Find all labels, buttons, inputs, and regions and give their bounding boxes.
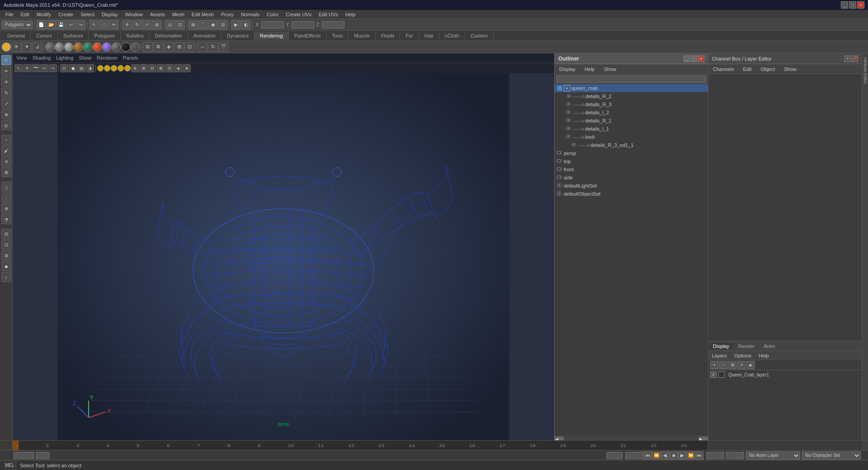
- light-color-3[interactable]: [111, 65, 117, 71]
- blinn-preview[interactable]: [55, 42, 64, 52]
- layer-membership-btn[interactable]: ↗: [737, 361, 745, 369]
- cb-settings-btn[interactable]: ≡: [844, 56, 851, 62]
- paint-effects-tool[interactable]: 🖌: [1, 146, 11, 155]
- h-scroll-left-btn[interactable]: ◀: [555, 437, 564, 440]
- outliner-item-bodi[interactable]: ——o bodi: [555, 133, 708, 141]
- tab-fur[interactable]: Fur: [400, 32, 419, 40]
- h-scroll-right-btn[interactable]: ▶: [699, 437, 708, 440]
- tab-curves[interactable]: Curves: [31, 32, 58, 40]
- step-fwd-btn[interactable]: ⏩: [687, 451, 695, 460]
- vp-move-icon[interactable]: ✛: [23, 64, 31, 72]
- vp-hud-icon[interactable]: ⊠: [157, 64, 165, 72]
- scale-tool-btn[interactable]: ⤢: [142, 20, 151, 29]
- outliner-item-details-r3[interactable]: ——o details_R_3: [555, 100, 708, 108]
- vp-pivot-icon[interactable]: ⊞: [140, 64, 148, 72]
- outliner-hscrollbar[interactable]: ◀ ▶: [555, 436, 708, 440]
- tab-general[interactable]: General: [2, 32, 31, 40]
- universal-manip-btn[interactable]: ⊞: [152, 20, 161, 29]
- expand-icon-queen-crab[interactable]: ▾: [564, 85, 570, 91]
- vp-light-icon[interactable]: ◑: [86, 64, 94, 72]
- dark-shader-preview[interactable]: [131, 42, 140, 52]
- outliner-minimize-btn[interactable]: _: [684, 56, 690, 62]
- layer-help-menu[interactable]: Help: [757, 352, 771, 359]
- playback-start-input[interactable]: 24.00: [706, 452, 724, 459]
- black-shader-preview[interactable]: [121, 42, 130, 52]
- last-frame-btn[interactable]: ⏭: [695, 451, 703, 460]
- step-back-btn[interactable]: ⏪: [652, 451, 660, 460]
- menu-file[interactable]: File: [2, 11, 17, 18]
- minimize-button[interactable]: _: [841, 1, 848, 9]
- outliner-item-top[interactable]: top: [555, 157, 708, 165]
- h-scroll-track[interactable]: [564, 437, 699, 440]
- surface-shader-preview[interactable]: [93, 42, 102, 52]
- anim-layer-btn[interactable]: ⊞: [1, 250, 11, 260]
- mel-label[interactable]: MEL: [5, 463, 14, 468]
- menu-color[interactable]: Color: [263, 11, 282, 18]
- outliner-close-btn[interactable]: ✕: [698, 56, 704, 62]
- timeline-ruler[interactable]: 1 2 3 4 5 6 7 8 9 10 11 12 13 14 15 16 1…: [13, 441, 708, 450]
- snap-view-btn[interactable]: ⊟: [218, 20, 227, 29]
- tab-animation[interactable]: Animation: [188, 32, 222, 40]
- outliner-item-defaultobjectset[interactable]: defaultObjectSet: [555, 190, 708, 198]
- snap-grid-btn[interactable]: ⊞: [189, 20, 198, 29]
- outliner-display-menu[interactable]: Display: [557, 66, 578, 73]
- x-coord-input[interactable]: [261, 21, 284, 28]
- cb-show-menu[interactable]: Show: [781, 66, 799, 73]
- menu-create-uvs[interactable]: Create UVs: [282, 11, 315, 18]
- menu-help[interactable]: Help: [342, 11, 359, 18]
- tab-rendering[interactable]: Rendering: [255, 32, 289, 40]
- range-end-input[interactable]: 24: [607, 452, 623, 459]
- tab-toon[interactable]: Toon: [326, 32, 349, 40]
- play-back-btn[interactable]: ◀: [661, 451, 669, 460]
- menu-modify[interactable]: Modify: [33, 11, 55, 18]
- tab-anim[interactable]: Anim: [759, 343, 779, 350]
- tab-surfaces[interactable]: Surfaces: [58, 32, 89, 40]
- tab-deformation[interactable]: Deformation: [150, 32, 188, 40]
- vp-redo-icon[interactable]: ↪: [49, 64, 57, 72]
- vp-wireframe-icon[interactable]: ⊡: [60, 64, 68, 72]
- directional-light-icon[interactable]: ☀: [11, 42, 21, 52]
- open-scene-button[interactable]: 📂: [47, 20, 56, 29]
- vp-solid-icon[interactable]: ◼: [69, 64, 77, 72]
- stop-btn[interactable]: ■: [670, 451, 678, 460]
- select-tool-btn[interactable]: ↖: [90, 20, 99, 29]
- cb-pin-btn[interactable]: 📌: [852, 56, 858, 62]
- tab-custom[interactable]: Custom: [465, 32, 494, 40]
- delete-layer-btn[interactable]: −: [719, 361, 727, 369]
- play-forward-btn[interactable]: ▶: [678, 451, 686, 460]
- outliner-item-details-l1[interactable]: ——o details_l_1: [555, 125, 708, 133]
- split-polygon-tool[interactable]: ⋮: [1, 193, 11, 202]
- tab-render[interactable]: Render: [734, 343, 759, 350]
- character-set-select[interactable]: No Character Set: [802, 451, 861, 460]
- move-tool-btn[interactable]: ✛: [123, 20, 132, 29]
- layers-menu[interactable]: Layers: [710, 352, 729, 359]
- vp-resolution-icon[interactable]: ⊡: [165, 64, 174, 72]
- vp-bookmark-icon[interactable]: ★: [183, 64, 191, 72]
- set-key-btn[interactable]: ◆: [1, 261, 11, 271]
- vp-shading-menu[interactable]: Shading: [33, 55, 51, 61]
- tab-dynamics[interactable]: Dynamics: [222, 32, 255, 40]
- merge-polygon-tool[interactable]: ⊕: [1, 203, 11, 213]
- ipr-render-btn[interactable]: ◐: [241, 20, 250, 29]
- first-frame-btn[interactable]: ⏮: [644, 451, 652, 460]
- playback-end-input[interactable]: 48.00: [726, 452, 744, 459]
- spot-light-icon[interactable]: ⊿: [32, 42, 42, 52]
- select-tool[interactable]: ↖: [1, 55, 11, 65]
- menu-proxy[interactable]: Proxy: [217, 11, 237, 18]
- hypershade-btn[interactable]: ⧉: [143, 42, 153, 52]
- close-button[interactable]: ✕: [857, 1, 864, 9]
- sculpt-polygon-tool[interactable]: ◔: [1, 214, 11, 224]
- current-frame-input[interactable]: 1: [36, 452, 49, 459]
- layer-color-swatch[interactable]: [718, 371, 725, 378]
- vp-renderer-menu[interactable]: Renderer: [97, 55, 118, 61]
- tab-hair[interactable]: Hair: [419, 32, 439, 40]
- snap-curve-btn[interactable]: ⌒: [198, 20, 208, 29]
- new-scene-button[interactable]: 📄: [37, 20, 46, 29]
- light-color-5[interactable]: [124, 65, 131, 71]
- y-coord-input[interactable]: [292, 21, 314, 28]
- cb-object-menu[interactable]: Object: [758, 66, 778, 73]
- menu-edit-mesh[interactable]: Edit Mesh: [188, 11, 217, 18]
- lasso-select-tool[interactable]: ○: [1, 135, 11, 145]
- outliner-show-menu[interactable]: Show: [601, 66, 619, 73]
- new-layer-btn[interactable]: +: [710, 361, 718, 369]
